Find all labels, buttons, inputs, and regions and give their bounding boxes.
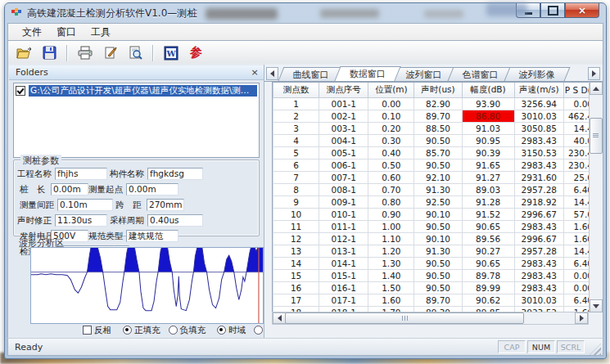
table-row[interactable]: 11011-11.0090.5090.652983.431.60 <box>273 221 595 233</box>
param-cell: 构件名称fhgkdsg <box>107 166 203 182</box>
table-row[interactable]: 9009-10.8092.5091.282918.9214.4 <box>273 196 595 209</box>
word-export-icon[interactable]: W <box>160 43 182 63</box>
time-domain-radio-dot[interactable] <box>217 326 226 335</box>
negative-fill-radio-dot[interactable] <box>169 326 178 335</box>
tab-2[interactable]: 数据窗口 <box>334 66 400 81</box>
table-row[interactable]: 5005-10.4085.7090.393150.53230.4 <box>273 147 595 160</box>
table-cell: 82.90 <box>414 98 462 110</box>
column-header[interactable]: 位置(m) <box>368 83 414 98</box>
tab-5[interactable]: 波列影像 <box>504 67 571 81</box>
param-label: 工程名称 <box>17 169 55 180</box>
param-field[interactable]: 建筑规范 <box>126 230 178 242</box>
table-cell: 89.78 <box>462 270 514 282</box>
param-field[interactable]: 11.30us <box>55 214 107 227</box>
table-cell: 1.50 <box>368 282 414 294</box>
status-text: Ready <box>8 342 498 353</box>
scroll-left-button[interactable] <box>273 312 286 324</box>
scroll-up-button[interactable] <box>590 82 603 95</box>
table-row[interactable]: 17017-11.6089.7090.623010.036.40 <box>273 294 595 307</box>
column-header[interactable]: 幅度(dB) <box>462 83 514 98</box>
print-preview-icon[interactable] <box>124 43 147 63</box>
param-field[interactable]: fhjhs <box>55 168 107 180</box>
table-row[interactable]: 16016-11.5090.5089.992983.430.00 <box>273 282 595 294</box>
save-icon[interactable] <box>38 43 61 63</box>
param-field[interactable]: 0.00m <box>126 183 178 195</box>
close-panel-icon[interactable]: × <box>249 68 260 77</box>
table-row[interactable]: 3003-10.2088.5091.033050.8514.4 <box>273 123 595 135</box>
invert-checkbox-box[interactable] <box>83 326 92 335</box>
menu-file[interactable]: 文件 <box>15 24 49 41</box>
table-row[interactable]: 13013-11.2091.3090.272957.2814.4 <box>273 245 595 258</box>
table-row[interactable]: 6006-10.5090.5091.652983.43230.4 <box>273 160 595 172</box>
num-indicator: NUM <box>527 340 555 353</box>
param-label: 声时修正 <box>17 215 55 227</box>
table-row[interactable]: 1001-10.0082.9093.903256.940.00 <box>273 98 595 110</box>
table-cell: 0.60 <box>368 172 414 184</box>
column-header[interactable]: 声速(m/s) <box>514 83 563 98</box>
param-field[interactable]: 0.10m <box>57 199 113 211</box>
table-cell: 3256.94 <box>514 98 563 110</box>
table-row[interactable]: 15015-11.4090.5089.782983.430.00 <box>273 270 595 282</box>
column-header[interactable]: 测点序号 <box>319 83 368 98</box>
status-bar: Ready CAP NUM SCRL <box>7 338 603 356</box>
table-cell: 92.10 <box>414 172 462 184</box>
param-field[interactable]: 0.40us <box>147 214 203 227</box>
data-view-panel: 曲线窗口数据窗口波列窗口色谱窗口波列影像 测点数测点序号位置(m)声时(us)幅… <box>264 65 603 339</box>
column-header[interactable]: 声时(us) <box>414 83 462 98</box>
table-cell: 016-1 <box>319 282 368 294</box>
table-row[interactable]: 12012-11.1090.1089.562996.671.60 <box>273 233 595 245</box>
screen: 高铁建混凝土检测分析软件V1.0—测桩 × 文件 窗口 工具 <box>0 0 610 364</box>
table-row[interactable]: 8008-10.7091.3089.032957.286.40 <box>273 184 595 196</box>
parameters-button[interactable]: 参 <box>185 43 207 63</box>
column-header[interactable]: 测点数 <box>273 83 319 98</box>
table-cell: 88.50 <box>414 123 462 135</box>
scroll-down-button[interactable] <box>590 299 603 312</box>
vertical-scrollbar[interactable] <box>589 82 602 312</box>
table-row[interactable]: 4004-10.3090.5090.952983.4340.0 <box>273 135 595 147</box>
resize-grip[interactable] <box>590 344 601 355</box>
invert-checkbox[interactable]: 反相 <box>83 325 111 336</box>
table-cell: 0.30 <box>368 135 414 147</box>
positive-fill-radio-dot[interactable] <box>123 326 132 335</box>
table-cell: 89.56 <box>462 233 514 245</box>
table-cell: 002-1 <box>319 110 368 123</box>
param-field[interactable]: 270mm <box>147 199 184 211</box>
maximize-button[interactable] <box>540 3 565 18</box>
folder-tree-item[interactable]: G:\公司产品设计开发\超声仪器\超声仪实地检测数据\测桩\cd\cd03\cd… <box>14 83 259 98</box>
time-domain-radio[interactable]: 时域 <box>217 325 246 336</box>
table-cell: 3150.53 <box>514 147 563 160</box>
horizontal-scrollbar[interactable] <box>272 312 589 325</box>
parameters-char: 参 <box>190 45 202 61</box>
table-row[interactable]: 10010-10.9090.1091.522996.6757.6 <box>273 209 595 221</box>
table-cell: 7 <box>273 172 319 184</box>
toolbar-separator <box>152 45 154 61</box>
horizontal-scroll-thumb[interactable] <box>285 312 524 324</box>
table-row[interactable]: 2002-10.1089.7086.803010.03462.4 <box>273 110 595 123</box>
negative-fill-radio[interactable]: 负填充 <box>169 325 206 336</box>
table-cell: 91.30 <box>414 245 462 258</box>
table-cell: 008-1 <box>319 184 368 196</box>
tab-scroll-right-button[interactable] <box>588 67 600 80</box>
folder-checkbox[interactable] <box>16 86 25 96</box>
waveform-plot[interactable] <box>30 247 264 324</box>
positive-fill-radio[interactable]: 正填充 <box>123 325 160 336</box>
param-field[interactable]: 0.00m <box>51 183 88 195</box>
table-cell: 90.50 <box>414 258 462 270</box>
open-folder-icon[interactable] <box>13 43 35 63</box>
menu-window[interactable]: 窗口 <box>49 24 84 41</box>
report-tool-icon[interactable] <box>99 43 121 63</box>
menu-tools[interactable]: 工具 <box>84 24 118 41</box>
table-row[interactable]: 7007-10.6092.1091.272931.6025.6 <box>273 172 595 184</box>
close-button[interactable]: × <box>565 3 599 18</box>
folder-list[interactable]: G:\公司产品设计开发\超声仪器\超声仪实地检测数据\测桩\cd\cd03\cd… <box>13 83 260 158</box>
waveform-trace <box>31 248 263 311</box>
table-cell: 3 <box>273 123 319 135</box>
waveform-controls: 反相 正填充 负填充 时域 <box>83 325 262 335</box>
table-cell: 91.52 <box>462 209 514 221</box>
param-field[interactable]: fhgkdsg <box>147 168 203 180</box>
vertical-scroll-thumb[interactable] <box>590 118 603 154</box>
table-row[interactable]: 14014-11.3090.5090.652983.436.40 <box>273 258 595 270</box>
print-icon[interactable] <box>74 43 96 63</box>
scroll-right-button[interactable] <box>575 312 588 324</box>
freq-domain-radio-dot[interactable] <box>254 326 263 335</box>
